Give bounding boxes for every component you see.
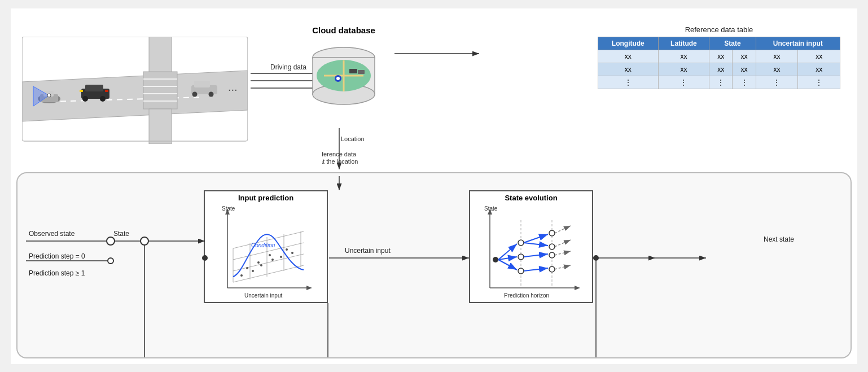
prediction-step0-label: Prediction step = 0 — [29, 252, 85, 260]
svg-point-85 — [518, 240, 524, 246]
svg-point-108 — [108, 258, 113, 264]
col-header-latitude: Latitude — [658, 37, 709, 50]
svg-line-84 — [498, 260, 517, 270]
svg-text:Uncertain input: Uncertain input — [244, 292, 282, 299]
svg-point-87 — [518, 268, 524, 274]
svg-point-103 — [107, 237, 115, 245]
svg-point-94 — [549, 252, 555, 258]
svg-point-25 — [209, 91, 214, 97]
next-state-label: Next state — [764, 235, 794, 243]
svg-line-96 — [555, 226, 571, 233]
svg-rect-23 — [194, 81, 210, 87]
svg-point-115 — [593, 255, 599, 261]
svg-point-86 — [518, 254, 524, 260]
cloud-db-svg — [293, 38, 394, 111]
svg-point-40 — [336, 77, 340, 80]
input-prediction-box: Input prediction State Uncertain input — [204, 190, 328, 303]
svg-point-61 — [252, 270, 254, 272]
svg-point-95 — [549, 266, 555, 272]
svg-line-99 — [555, 265, 571, 269]
ref-table-container: Reference data table Longitude Latitude … — [598, 25, 840, 89]
state-evolution-box: State evolution State Prediction horizon — [469, 190, 593, 303]
svg-point-65 — [291, 252, 293, 254]
svg-point-60 — [240, 274, 243, 277]
svg-point-92 — [549, 230, 555, 236]
svg-rect-21 — [105, 90, 108, 92]
cloud-db-area: Cloud database — [287, 25, 400, 113]
state-evolution-chart: State Prediction horizon — [470, 203, 592, 302]
svg-point-62 — [260, 264, 262, 266]
main-container: ··· Driving data Cloud database — [11, 8, 857, 364]
col-header-longitude: Longitude — [598, 37, 659, 50]
svg-point-64 — [280, 256, 282, 258]
road-area: ··· — [22, 37, 236, 138]
svg-text:Condition: Condition — [251, 242, 275, 248]
svg-line-89 — [524, 243, 548, 246]
svg-rect-9 — [149, 37, 172, 72]
svg-text:State: State — [484, 205, 498, 212]
flow-svg — [17, 173, 851, 357]
svg-point-79 — [493, 257, 498, 262]
table-row: xx xx xx xx xx xx — [598, 63, 840, 76]
svg-rect-42 — [358, 70, 365, 74]
svg-rect-17 — [85, 85, 103, 91]
svg-point-105 — [141, 237, 148, 245]
svg-line-98 — [555, 251, 571, 255]
svg-point-67 — [257, 261, 260, 264]
bottom-section: Input prediction State Uncertain input — [16, 172, 852, 358]
top-section: ··· Driving data Cloud database — [16, 20, 852, 167]
ref-table: Longitude Latitude State Uncertain input… — [598, 37, 840, 89]
state-evolution-title: State evolution — [470, 191, 592, 203]
ref-table-title: Reference data table — [598, 25, 840, 34]
svg-text:···: ··· — [228, 83, 238, 95]
svg-line-88 — [524, 234, 548, 243]
svg-point-66 — [246, 267, 248, 269]
svg-point-93 — [549, 244, 555, 250]
svg-line-97 — [555, 240, 571, 247]
svg-marker-49 — [306, 286, 312, 290]
input-prediction-chart: State Uncertain input — [205, 203, 327, 302]
state-label: State — [113, 230, 129, 238]
table-row: xx xx xx xx xx xx — [598, 50, 840, 63]
road-svg: ··· — [22, 37, 248, 144]
svg-text:State: State — [222, 205, 235, 212]
svg-rect-10 — [149, 109, 172, 144]
observed-state-label: Observed state — [29, 230, 74, 238]
svg-line-51 — [233, 265, 304, 282]
col-header-state: State — [709, 37, 756, 50]
svg-line-52 — [233, 254, 304, 271]
col-header-uncertain-input: Uncertain input — [756, 37, 840, 50]
prediction-step1-label: Prediction step ≥ 1 — [29, 269, 85, 277]
svg-point-18 — [82, 96, 88, 102]
svg-point-63 — [271, 259, 274, 261]
svg-rect-4 — [143, 72, 177, 109]
svg-rect-41 — [349, 69, 357, 73]
cloud-db-label: Cloud database — [287, 25, 400, 35]
input-prediction-title: Input prediction — [205, 191, 327, 203]
svg-point-15 — [47, 94, 51, 97]
svg-point-19 — [100, 96, 106, 102]
svg-point-69 — [286, 248, 288, 251]
svg-line-90 — [524, 254, 548, 257]
table-row: ⋮ ⋮ ⋮ ⋮ ⋮ ⋮ — [598, 76, 840, 89]
uncertain-input-label: Uncertain input — [345, 247, 391, 255]
svg-text:Prediction horizon: Prediction horizon — [504, 292, 549, 299]
svg-line-91 — [524, 268, 548, 271]
svg-point-24 — [192, 91, 198, 97]
svg-point-68 — [269, 254, 271, 256]
svg-marker-75 — [575, 286, 580, 290]
svg-rect-20 — [80, 90, 83, 92]
